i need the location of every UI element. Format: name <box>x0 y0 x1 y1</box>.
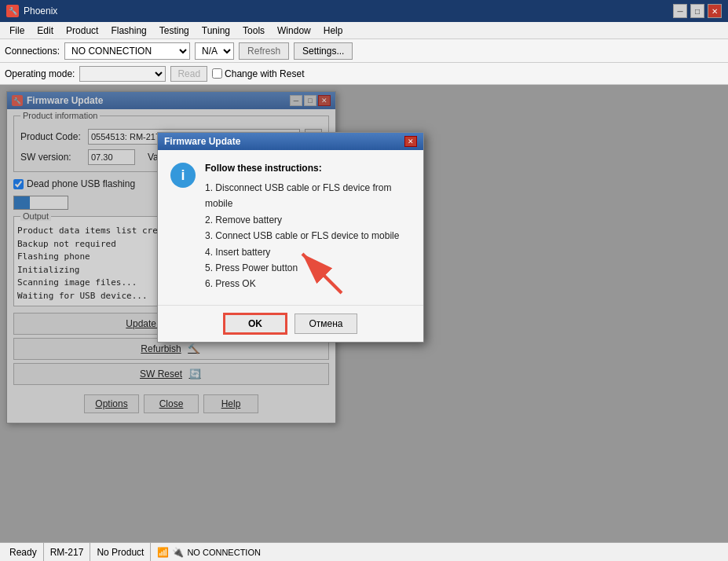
title-bar: 🔧 Phoenix ─ □ ✕ <box>0 0 728 22</box>
app-icon: 🔧 <box>6 5 19 17</box>
menu-tuning[interactable]: Tuning <box>196 24 236 38</box>
dialog-heading: Follow these instructions: <box>205 163 411 174</box>
firmware-update-dialog: Firmware Update ✕ i Follow these instruc… <box>157 132 424 343</box>
change-with-reset-label: Change with Reset <box>212 68 304 79</box>
operating-mode-select[interactable] <box>79 66 166 82</box>
usb-icon: 🔌 <box>172 547 184 558</box>
menu-product[interactable]: Product <box>60 24 104 38</box>
dialog-info-icon: i <box>170 163 196 188</box>
instruction-5: 5. Press Power button <box>205 260 411 276</box>
maximize-button[interactable]: □ <box>690 4 704 18</box>
dialog-ok-button[interactable]: OK <box>224 314 287 334</box>
signal-icon: 📶 <box>157 547 169 558</box>
connections-label: Connections: <box>5 46 60 57</box>
refresh-button[interactable]: Refresh <box>239 42 289 60</box>
status-bar: Ready RM-217 No Product 📶 🔌 NO CONNECTIO… <box>0 542 728 561</box>
close-button[interactable]: ✕ <box>708 4 722 18</box>
menu-bar: File Edit Product Flashing Testing Tunin… <box>0 22 728 39</box>
dialog-title: Firmware Update <box>164 136 240 147</box>
status-product: No Product <box>90 543 151 561</box>
toolbar-operating-mode: Operating mode: Read Change with Reset <box>0 63 728 85</box>
dialog-body: i Follow these instructions: 1. Disconne… <box>158 150 423 305</box>
menu-window[interactable]: Window <box>271 24 317 38</box>
minimize-button[interactable]: ─ <box>673 4 687 18</box>
status-ready: Ready <box>3 543 44 561</box>
instruction-4: 4. Insert battery <box>205 244 411 260</box>
port-select[interactable]: N/A <box>195 42 234 60</box>
menu-tools[interactable]: Tools <box>236 24 271 38</box>
dialog-close-button[interactable]: ✕ <box>404 136 417 147</box>
connections-select[interactable]: NO CONNECTION <box>64 42 190 60</box>
menu-flashing[interactable]: Flashing <box>104 24 152 38</box>
instruction-3: 3. Connect USB cable or FLS device to mo… <box>205 228 411 244</box>
connection-status: NO CONNECTION <box>187 548 261 557</box>
status-icons: 📶 🔌 NO CONNECTION <box>151 543 725 561</box>
status-model: RM-217 <box>44 543 91 561</box>
dialog-instructions: 1. Disconnect USB cable or FLS device fr… <box>205 180 411 292</box>
dialog-titlebar: Firmware Update ✕ <box>158 133 423 150</box>
operating-mode-label: Operating mode: <box>5 68 75 79</box>
menu-testing[interactable]: Testing <box>153 24 196 38</box>
instruction-2: 2. Remove battery <box>205 212 411 228</box>
read-button[interactable]: Read <box>170 66 207 82</box>
toolbar-connections: Connections: NO CONNECTION N/A Refresh S… <box>0 39 728 63</box>
menu-file[interactable]: File <box>3 24 31 38</box>
main-area: 🔧 Firmware Update ─ □ ✕ Product informat… <box>0 85 728 542</box>
title-bar-left: 🔧 Phoenix <box>6 5 57 17</box>
instruction-6: 6. Press OK <box>205 276 411 292</box>
settings-button[interactable]: Settings... <box>294 42 353 60</box>
dialog-footer: OK Отмена <box>158 305 423 342</box>
change-with-reset-checkbox[interactable] <box>212 68 222 79</box>
menu-edit[interactable]: Edit <box>31 24 60 38</box>
app-title: Phoenix <box>24 6 57 16</box>
dialog-cancel-button[interactable]: Отмена <box>294 314 357 334</box>
instruction-1: 1. Disconnect USB cable or FLS device fr… <box>205 180 411 212</box>
title-bar-controls: ─ □ ✕ <box>673 4 722 18</box>
dialog-content: Follow these instructions: 1. Disconnect… <box>205 163 411 292</box>
menu-help[interactable]: Help <box>317 24 349 38</box>
